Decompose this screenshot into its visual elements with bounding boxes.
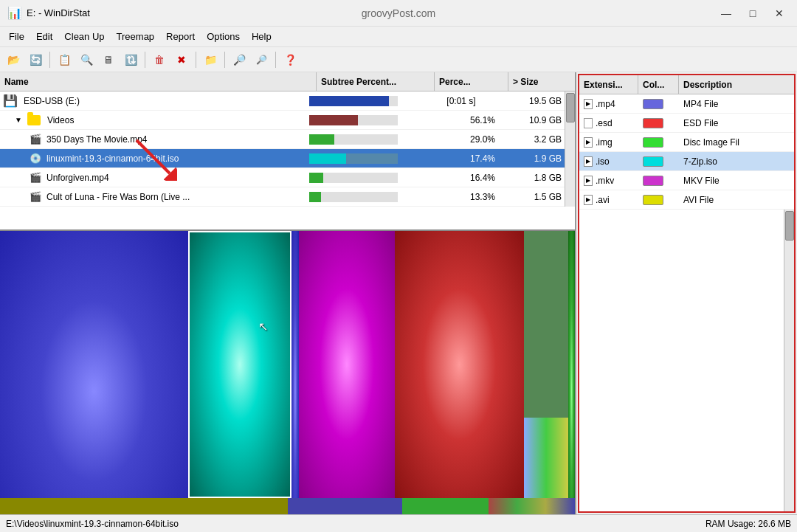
ext-col-color[interactable]: Col... — [638, 75, 679, 94]
list-item[interactable]: ▶ .avi AVI File — [579, 190, 794, 210]
menu-file[interactable]: File — [3, 29, 30, 44]
table-row[interactable]: 🎬 350 Days The Movie.mp4 29.0% 3.2 GB — [0, 130, 565, 149]
maximize-button[interactable]: □ — [742, 5, 763, 21]
file-tree-inner: 💾 ESD-USB (E:) [0:01 s] 19.5 GB — [0, 91, 575, 207]
tree-col-percent[interactable]: Perce... — [435, 72, 508, 91]
cell-size: 3.2 GB — [498, 130, 565, 148]
menu-edit[interactable]: Edit — [30, 29, 58, 44]
toolbar-copy[interactable]: 📋 — [54, 50, 75, 69]
watermark: groovyPost.com — [362, 7, 435, 19]
doc-icon: ▶ — [584, 176, 593, 186]
cell-bar — [306, 91, 424, 110]
toolbar-delete[interactable]: ✖ — [171, 50, 192, 69]
list-item[interactable]: ▶ .iso 7-Zip.iso — [579, 152, 794, 171]
color-swatch — [643, 195, 663, 205]
file-tree-rows: 💾 ESD-USB (E:) [0:01 s] 19.5 GB — [0, 91, 565, 207]
toolbar-sep-4 — [224, 52, 225, 68]
doc-icon: ▶ — [584, 156, 593, 167]
ext-label: .img — [596, 137, 613, 148]
doc-icon: ▶ — [584, 99, 593, 109]
toolbar-cleanup[interactable]: 🗑 — [149, 50, 170, 69]
drive-icon: 💾 — [3, 94, 18, 108]
treemap-segment-green[interactable] — [568, 231, 576, 498]
window-title: E: - WinDirStat — [27, 7, 90, 18]
tree-col-size[interactable]: > Size — [508, 72, 575, 91]
ext-cell-color — [638, 94, 679, 113]
ext-header: Extensi... Col... Description — [579, 75, 794, 94]
ext-scrollbar-thumb — [785, 211, 794, 241]
bar-fill — [309, 153, 346, 164]
ext-cell-desc: MP4 File — [679, 94, 794, 113]
ext-cell-desc: AVI File — [679, 190, 794, 209]
ext-cell-color — [638, 114, 679, 132]
toolbar-display[interactable]: 🖥 — [98, 50, 119, 69]
color-swatch — [643, 176, 663, 186]
menu-bar: File Edit Clean Up Treemap Report Option… — [0, 27, 797, 47]
table-row[interactable]: 💿 linuxmint-19.3-cinnamon-64bit.iso 17.4… — [0, 149, 565, 168]
ext-cell-desc: Disc Image Fil — [679, 133, 794, 151]
status-bar: E:\Videos\linuxmint-19.3-cinnamon-64bit.… — [0, 514, 797, 532]
menu-help[interactable]: Help — [246, 29, 277, 44]
cell-percent: 29.0% — [424, 130, 498, 148]
file-icon: 🎬 — [30, 172, 41, 183]
menu-report[interactable]: Report — [160, 29, 201, 44]
ext-label: .esd — [596, 118, 613, 128]
cell-size: 1.8 GB — [498, 168, 565, 187]
row-name: Unforgiven.mp4 — [46, 173, 109, 183]
table-row[interactable]: 🎬 Unforgiven.mp4 16.4% 1.8 GB — [0, 168, 565, 187]
file-icon: 🎬 — [30, 134, 41, 145]
treemap-segment-red[interactable] — [395, 231, 524, 498]
toolbar-sep-1 — [49, 52, 50, 68]
treemap-segment-mixed-top — [524, 231, 568, 418]
ext-col-ext[interactable]: Extensi... — [579, 75, 638, 94]
scrollbar-thumb — [566, 93, 575, 122]
ext-cell-color — [638, 133, 679, 151]
treemap-bottom-bar — [0, 498, 575, 514]
toolbar-rescan[interactable]: 🔃 — [120, 50, 141, 69]
toolbar-open[interactable]: 📂 — [3, 50, 24, 69]
list-item[interactable]: ▶ .mkv MKV File — [579, 171, 794, 190]
table-row[interactable]: 💾 ESD-USB (E:) [0:01 s] 19.5 GB — [0, 91, 565, 111]
extensions-panel: Extensi... Col... Description ▶ .mp4 MP4… — [578, 74, 796, 513]
bottom-bar-seg-3 — [402, 498, 489, 514]
list-item[interactable]: ▶ .img Disc Image Fil — [579, 133, 794, 152]
color-swatch — [643, 137, 663, 148]
menu-options[interactable]: Options — [201, 29, 246, 44]
treemap-segment-cyan-selected[interactable] — [188, 231, 291, 498]
tree-scrollbar[interactable] — [565, 91, 575, 207]
toolbar-zoom-in[interactable]: 🔎 — [229, 50, 249, 69]
treemap-segment-blue-right[interactable] — [291, 231, 299, 498]
toolbar-magnify[interactable]: 🔍 — [76, 50, 97, 69]
tree-col-subtree[interactable]: Subtree Percent... — [317, 72, 435, 91]
menu-treemap[interactable]: Treemap — [111, 29, 161, 44]
row-name: ESD-USB (E:) — [24, 96, 80, 106]
ext-scrollbar[interactable] — [784, 210, 794, 511]
table-row[interactable]: 🎬 Cult of Luna - Fire Was Born (Live ...… — [0, 187, 565, 207]
toolbar-sep-3 — [196, 52, 196, 68]
toolbar-folder[interactable]: 📁 — [200, 50, 221, 69]
treemap-segment-magenta[interactable] — [299, 231, 395, 498]
toolbar-help[interactable]: ❓ — [280, 50, 300, 69]
ext-col-desc[interactable]: Description — [679, 75, 794, 94]
ext-label: .mkv — [596, 176, 614, 186]
cell-name: 🎬 Unforgiven.mp4 — [0, 168, 306, 187]
status-path: E:\Videos\linuxmint-19.3-cinnamon-64bit.… — [6, 519, 179, 529]
tree-col-name[interactable]: Name — [0, 72, 317, 91]
list-item[interactable]: ▶ .mp4 MP4 File — [579, 94, 794, 114]
row-name: Cult of Luna - Fire Was Born (Live ... — [46, 192, 190, 202]
treemap-main: ↖ — [0, 231, 575, 498]
toolbar-refresh[interactable]: 🔄 — [25, 50, 46, 69]
treemap[interactable]: ↖ — [0, 231, 575, 514]
list-item[interactable]: .esd ESD File — [579, 114, 794, 133]
cell-bar — [306, 168, 424, 187]
minimize-button[interactable]: — — [716, 5, 736, 21]
table-row[interactable]: ▼ Videos 56.1% 10.9 GB — [0, 111, 565, 130]
bottom-bar-seg-2 — [288, 498, 403, 514]
treemap-segment-mixed[interactable] — [524, 231, 568, 498]
toolbar-zoom-out[interactable]: 🔎 — [251, 50, 272, 69]
cell-percent: 13.3% — [424, 187, 498, 206]
close-button[interactable]: ✕ — [769, 5, 790, 21]
menu-cleanup[interactable]: Clean Up — [58, 29, 110, 44]
cell-name: ▼ Videos — [0, 111, 306, 129]
treemap-segment-blue-left[interactable] — [0, 231, 188, 498]
